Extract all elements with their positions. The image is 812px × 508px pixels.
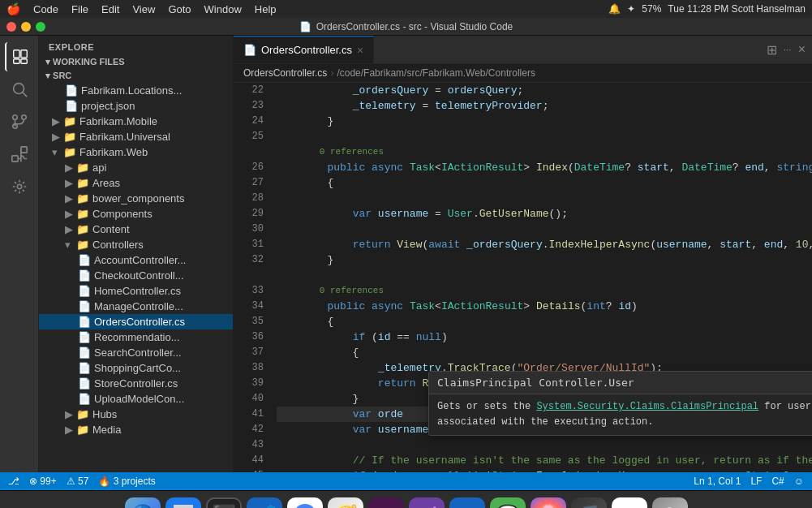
close-editor-button[interactable]: × bbox=[798, 42, 806, 57]
menu-help[interactable]: Help bbox=[248, 3, 283, 15]
menu-file[interactable]: File bbox=[65, 3, 95, 15]
minimize-button[interactable] bbox=[21, 22, 31, 32]
list-item[interactable]: 📄Recommendatio... bbox=[39, 329, 233, 345]
projects-status[interactable]: 🔥 3 projects bbox=[98, 476, 155, 487]
list-item[interactable]: 📄AccountController... bbox=[39, 252, 233, 268]
item-label: HomeController.cs bbox=[94, 285, 181, 297]
list-item[interactable]: ▶📁bower_components bbox=[39, 191, 233, 206]
working-files-header[interactable]: ▾ WORKING FILES bbox=[39, 55, 233, 69]
menu-edit[interactable]: Edit bbox=[95, 3, 126, 15]
list-item[interactable]: ▶📁api bbox=[39, 160, 233, 175]
dock-music[interactable]: 🎵 bbox=[571, 497, 607, 509]
debug-icon[interactable] bbox=[5, 172, 34, 201]
dock-finder[interactable]: 🔵 bbox=[125, 497, 161, 509]
list-item[interactable]: ▶📁Areas bbox=[39, 175, 233, 191]
svg-point-7 bbox=[21, 115, 26, 120]
list-item[interactable]: 📄ShoppingCartCo... bbox=[39, 360, 233, 376]
dock-iterm[interactable]: ⬛ bbox=[206, 497, 242, 509]
item-label: UploadModelCon... bbox=[94, 393, 184, 405]
list-item[interactable]: 📄HomeController.cs bbox=[39, 283, 233, 299]
folder-icon: 📁 bbox=[63, 146, 76, 158]
arrow-icon: ▶ bbox=[65, 223, 76, 235]
dock-vscode[interactable] bbox=[247, 497, 282, 509]
git-icon[interactable] bbox=[5, 107, 34, 136]
src-header[interactable]: ▾ SRC bbox=[39, 69, 233, 83]
list-item[interactable]: ▶📁Fabrikam.Mobile bbox=[39, 114, 233, 129]
list-item[interactable]: ▶📁Fabrikam.Universal bbox=[39, 129, 233, 144]
dock-slack[interactable]: S bbox=[368, 497, 404, 509]
list-item[interactable]: 📄StoreController.cs bbox=[39, 376, 233, 391]
menu-goto[interactable]: Goto bbox=[161, 3, 197, 15]
file-icon: 📄 bbox=[78, 362, 91, 374]
dock-messages[interactable]: 💬 bbox=[490, 497, 526, 509]
list-item[interactable]: 📄project.json bbox=[39, 98, 233, 114]
search-icon[interactable] bbox=[5, 75, 34, 104]
item-label: Fabrikam.Mobile bbox=[79, 115, 157, 127]
explorer-icon[interactable] bbox=[5, 42, 34, 71]
git-branch-status[interactable]: ⎇ bbox=[8, 476, 19, 487]
folder-icon: 📁 bbox=[76, 223, 89, 235]
arrow-icon: ▶ bbox=[65, 408, 76, 420]
list-item[interactable]: ▾📁Fabrikam.Web bbox=[39, 144, 233, 160]
list-item[interactable]: ▾📁Controllers bbox=[39, 237, 233, 252]
dock-safari[interactable]: 🧭 bbox=[328, 497, 363, 509]
svg-rect-9 bbox=[11, 156, 17, 161]
item-label: Components bbox=[92, 208, 153, 220]
hubs-folder-item[interactable]: ▶📁Hubs bbox=[39, 407, 233, 422]
list-item[interactable]: ▶📁Components bbox=[39, 206, 233, 222]
tab-close-button[interactable]: × bbox=[357, 44, 363, 57]
file-icon: 📄 bbox=[65, 100, 78, 112]
fullscreen-button[interactable] bbox=[36, 22, 45, 32]
menu-code[interactable]: Code bbox=[27, 3, 65, 15]
item-label: bower_components bbox=[92, 192, 184, 204]
dock-mail[interactable]: ✉ bbox=[449, 497, 485, 509]
list-item[interactable]: 📄UploadModelCon... bbox=[39, 391, 233, 407]
warnings-status[interactable]: ⚠ 57 bbox=[67, 476, 89, 487]
breadcrumb-file[interactable]: OrdersController.cs bbox=[243, 67, 327, 79]
list-item[interactable]: 📄ManageControlle... bbox=[39, 299, 233, 314]
breadcrumb-separator: › bbox=[330, 67, 333, 79]
dock-chrome[interactable] bbox=[287, 497, 323, 509]
arrow-icon: ▶ bbox=[65, 161, 76, 174]
menu-window[interactable]: Window bbox=[198, 3, 248, 15]
folder-icon: 📁 bbox=[76, 192, 89, 204]
file-icon: 📄 bbox=[65, 84, 78, 97]
apple-icon[interactable]: 🍎 bbox=[6, 2, 20, 15]
tab-orders-controller[interactable]: 📄 OrdersController.cs × bbox=[234, 36, 374, 63]
item-label: Content bbox=[92, 223, 130, 235]
list-item[interactable]: 📄Fabrikam.Locations... bbox=[39, 83, 233, 98]
code-line: { bbox=[277, 175, 812, 191]
dock-bar: 🔵 🅰 ⬛ 🧭 S ✉ 💬 🌸 🎵 📅 🗑 bbox=[0, 490, 812, 508]
activity-bar bbox=[0, 36, 39, 472]
line-ending-status[interactable]: LF bbox=[750, 476, 762, 487]
orders-controller-item[interactable]: 📄OrdersController.cs bbox=[39, 314, 233, 329]
code-line: } bbox=[277, 114, 812, 129]
arrow-icon: ▶ bbox=[65, 177, 76, 189]
list-item[interactable]: ▶📁Media bbox=[39, 422, 233, 437]
dock-calendar[interactable]: 📅 bbox=[612, 497, 647, 509]
list-item[interactable]: 📄CheckoutControll... bbox=[39, 268, 233, 283]
breadcrumb-path[interactable]: /code/Fabrikam/src/Fabrikam.Web/Controll… bbox=[337, 67, 535, 79]
split-editor-button[interactable]: ⊞ bbox=[767, 42, 777, 58]
menu-view[interactable]: View bbox=[126, 3, 161, 15]
smiley-status[interactable]: ☺ bbox=[794, 476, 804, 487]
folder-icon: 📁 bbox=[76, 408, 89, 420]
file-icon: 📄 bbox=[78, 269, 91, 282]
errors-status[interactable]: ⊗ 99+ bbox=[29, 476, 57, 487]
cursor-position-status[interactable]: Ln 1, Col 1 bbox=[694, 476, 741, 487]
breadcrumb: OrdersController.cs › /code/Fabrikam/src… bbox=[234, 64, 812, 83]
dock-trash[interactable]: 🗑 bbox=[652, 497, 688, 509]
close-button[interactable] bbox=[6, 22, 16, 32]
dock-appstore[interactable]: 🅰 bbox=[165, 497, 201, 509]
language-status[interactable]: C# bbox=[771, 476, 784, 487]
mac-menubar: 🍎 Code File Edit View Goto Window Help 🔔… bbox=[0, 0, 812, 18]
dock-visual-studio[interactable] bbox=[409, 497, 445, 509]
more-actions-button[interactable]: ··· bbox=[784, 44, 792, 55]
extensions-icon[interactable] bbox=[5, 140, 34, 169]
list-item[interactable]: ▶📁Content bbox=[39, 222, 233, 237]
dock-photos[interactable]: 🌸 bbox=[531, 497, 566, 509]
hover-link[interactable]: System.Security.Claims.ClaimsPrincipal bbox=[536, 401, 758, 412]
notification-icon[interactable]: 🔔 bbox=[608, 3, 621, 15]
code-line: 0 references bbox=[277, 283, 812, 299]
list-item[interactable]: 📄SearchController... bbox=[39, 345, 233, 360]
